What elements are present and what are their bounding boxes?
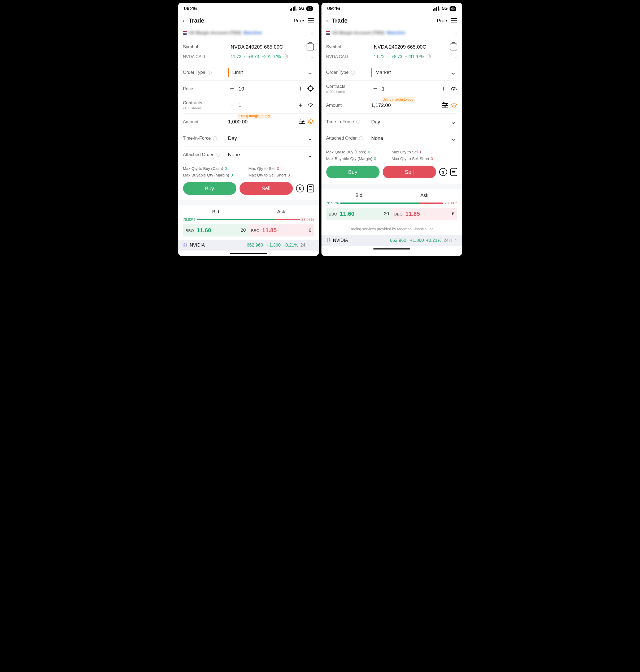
back-icon[interactable]: ‹ bbox=[183, 17, 185, 25]
account-selector[interactable]: US Margin Account (7550) Watchlist ⌄ bbox=[178, 28, 319, 39]
ratio-track bbox=[197, 219, 300, 220]
bbo-ask[interactable]: BBO 11.85 6 bbox=[392, 208, 457, 220]
plus-button[interactable]: + bbox=[296, 101, 305, 109]
contracts-input[interactable]: 1 bbox=[239, 102, 294, 108]
page-title: Trade bbox=[332, 17, 348, 24]
info-icon[interactable]: i bbox=[356, 120, 360, 124]
bbo-bid[interactable]: BBO 11.60 20 bbox=[326, 208, 392, 220]
currency-swap-icon[interactable]: $ bbox=[296, 184, 304, 192]
ask-price: 11.85 bbox=[262, 227, 277, 234]
pro-toggle[interactable]: Pro▾ bbox=[437, 18, 447, 24]
account-name: US Margin Account (7550) bbox=[332, 30, 384, 35]
attached-order-row[interactable]: Attached Order i None ⌄ bbox=[326, 130, 457, 146]
call-price: 11.72 bbox=[374, 54, 384, 59]
chevron-down-icon[interactable]: ⌄ bbox=[306, 69, 314, 76]
svg-point-6 bbox=[310, 106, 311, 106]
contracts-input[interactable]: 1 bbox=[382, 86, 437, 92]
order-list-icon[interactable] bbox=[450, 168, 457, 176]
symbol-label: Symbol bbox=[183, 44, 228, 49]
svg-marker-10 bbox=[451, 103, 457, 106]
attached-order-row[interactable]: Attached Order i None ⌄ bbox=[183, 146, 314, 163]
info-icon[interactable]: i bbox=[208, 71, 212, 75]
bid-pct: 76.92% bbox=[183, 217, 195, 221]
sell-button[interactable]: Sell bbox=[383, 166, 436, 178]
status-right: 5G 49 bbox=[433, 6, 456, 11]
symbol-value[interactable]: NVDA 240209 665.00C bbox=[231, 44, 304, 50]
signal-icon bbox=[433, 6, 440, 11]
amount-label: Amount bbox=[326, 103, 371, 108]
currency-swap-icon[interactable]: $ bbox=[439, 168, 447, 176]
info-icon[interactable]: i bbox=[351, 71, 355, 75]
order-type-row[interactable]: Order Type i Market ⌄ bbox=[326, 64, 457, 81]
minus-button[interactable]: − bbox=[371, 85, 379, 93]
ticker-pct: +0.21% bbox=[426, 238, 441, 243]
briefcase-icon[interactable] bbox=[307, 44, 314, 51]
pro-toggle[interactable]: Pro▾ bbox=[294, 18, 304, 24]
tif-row[interactable]: Time-in-Force i Day ⌄ bbox=[326, 114, 457, 130]
back-icon[interactable]: ‹ bbox=[326, 17, 328, 25]
chevron-down-icon: ⌄ bbox=[306, 151, 314, 159]
link-icon: ⛓ bbox=[183, 242, 188, 248]
info-icon[interactable]: i bbox=[216, 153, 220, 157]
plus-button[interactable]: + bbox=[296, 85, 305, 93]
plus-button[interactable]: + bbox=[440, 85, 448, 93]
ticker-bar[interactable]: ⛓ NVIDIA 662.960↑ +1.360 +0.21% 24H ⌃ bbox=[321, 235, 462, 246]
ticker-bar[interactable]: ⛓ NVIDIA 662.960↑ +1.360 +0.21% 24H ⌃ bbox=[178, 240, 319, 251]
battery-icon: 49 bbox=[450, 6, 456, 11]
amount-value[interactable]: 1,172.00 bbox=[371, 102, 439, 108]
symbol-label: Symbol bbox=[326, 44, 371, 49]
bbo-bid[interactable]: BBO 11.60 20 bbox=[183, 224, 248, 237]
ask-pct: 23.08% bbox=[301, 217, 314, 221]
call-type-label: NVDA CALL bbox=[326, 54, 371, 59]
chevron-down-icon[interactable]: ⌄ bbox=[454, 54, 457, 59]
layers-icon[interactable] bbox=[308, 119, 314, 125]
action-buttons: Buy Sell $ bbox=[178, 181, 319, 200]
call-pct: +291.97% bbox=[262, 54, 281, 59]
buy-button[interactable]: Buy bbox=[183, 182, 236, 195]
order-list-icon[interactable] bbox=[307, 184, 314, 192]
tif-label: Time-in-Force i bbox=[326, 119, 371, 125]
layers-icon[interactable] bbox=[451, 102, 457, 109]
clock-icon bbox=[283, 54, 288, 59]
chevron-down-icon[interactable]: ⌄ bbox=[449, 69, 457, 76]
minus-button[interactable]: − bbox=[228, 101, 236, 109]
menu-icon[interactable] bbox=[451, 18, 457, 23]
tif-value: Day bbox=[371, 119, 447, 125]
contracts-label: Contracts bbox=[183, 100, 228, 106]
order-type-row[interactable]: Order Type i Limit ⌄ bbox=[183, 64, 314, 81]
minus-button[interactable]: − bbox=[228, 85, 236, 93]
order-type-value[interactable]: Limit bbox=[228, 68, 247, 77]
sliders-icon[interactable] bbox=[442, 103, 448, 108]
ratio-track bbox=[340, 202, 443, 204]
order-form: Order Type i Market ⌄ Contractsx100 shar… bbox=[321, 64, 462, 146]
chevron-down-icon[interactable]: ⌄ bbox=[310, 54, 314, 59]
price-row: Price − 10 + bbox=[183, 81, 314, 97]
buy-button[interactable]: Buy bbox=[326, 166, 380, 178]
ticker-change: +1.360 bbox=[410, 238, 424, 243]
ticker-time: 24H bbox=[443, 238, 452, 243]
menu-icon[interactable] bbox=[308, 18, 314, 23]
crosshair-icon[interactable] bbox=[307, 85, 314, 93]
bid-header: Bid bbox=[183, 209, 248, 215]
sell-button[interactable]: Sell bbox=[239, 182, 293, 195]
gauge-icon[interactable] bbox=[307, 101, 314, 109]
order-type-value[interactable]: Market bbox=[371, 68, 395, 77]
amount-value[interactable]: 1,000.00 bbox=[228, 119, 296, 125]
sliders-icon[interactable] bbox=[299, 119, 305, 125]
account-selector[interactable]: US Margin Account (7550) Watchlist ⌄ bbox=[321, 28, 462, 39]
up-arrow-icon: ↑ bbox=[244, 55, 246, 59]
info-icon[interactable]: i bbox=[359, 137, 363, 140]
briefcase-icon[interactable] bbox=[450, 44, 457, 51]
symbol-value[interactable]: NVDA 240209 665.00C bbox=[374, 44, 447, 50]
info-icon[interactable]: i bbox=[213, 137, 217, 140]
price-input[interactable]: 10 bbox=[239, 86, 294, 92]
gauge-icon[interactable] bbox=[450, 85, 457, 93]
network-label: 5G bbox=[442, 6, 448, 11]
tif-row[interactable]: Time-in-Force i Day ⌄ bbox=[183, 130, 314, 146]
bbo-ask[interactable]: BBO 11.85 6 bbox=[248, 224, 314, 237]
attached-label: Attached Order i bbox=[326, 135, 371, 141]
qty-limits: Max Qty to Buy (Cash)0 Max Qty to Sell0 … bbox=[321, 146, 462, 164]
chevron-down-icon: ⌄ bbox=[449, 118, 457, 126]
ticker-price: 662.960↑ bbox=[390, 238, 408, 243]
chevron-up-icon: ⌃ bbox=[454, 238, 457, 243]
